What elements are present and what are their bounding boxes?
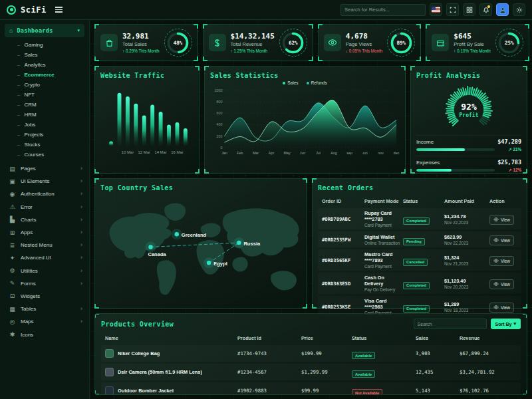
sidebar-item-nft[interactable]: –NFT [0, 90, 89, 100]
widgets-icon: ⊡ [9, 293, 16, 299]
view-button[interactable]: View [489, 215, 514, 225]
corner-decoration [523, 304, 527, 309]
status-badge: Completed [403, 305, 430, 313]
sidebar-item-gaming[interactable]: –Gaming [0, 40, 89, 50]
view-button[interactable]: View [489, 256, 514, 266]
sidebar-item-crm[interactable]: –CRM [0, 100, 89, 110]
sidebar-item-courses[interactable]: –Courses [0, 150, 89, 160]
sidebar-group-dashboards[interactable]: ⌂ Dashboards ▾ [5, 24, 84, 37]
svg-text:Jul: Jul [316, 151, 321, 155]
sidebar-item-nested-menu[interactable]: ≣Nested Menu› [0, 239, 89, 251]
sidebar-item-icons[interactable]: ✱Icons [0, 328, 89, 340]
hamburger-menu-icon[interactable] [55, 7, 63, 13]
sidebar-item-maps[interactable]: ◎Maps› [0, 315, 89, 328]
payment-mode-sub: Card Payment [364, 264, 400, 269]
product-row: Outdoor Bomber Jacket#1902-9883$99.99Not… [101, 382, 521, 395]
ring-percent: 48% [165, 29, 192, 56]
sidebar-item-forms[interactable]: ✎Forms› [0, 277, 89, 290]
amount-paid: $623.99 [444, 234, 487, 240]
payment-mode-sub: Online Transaction [364, 241, 400, 245]
dash-icon: – [17, 132, 20, 138]
dash-icon: – [17, 92, 20, 98]
svg-text:Aug: Aug [331, 151, 337, 155]
legend-item-sales[interactable]: Sales [283, 80, 298, 85]
sidebar-item-sales[interactable]: –Sales [0, 50, 89, 60]
eye-icon [493, 305, 499, 310]
search-input[interactable] [344, 7, 416, 13]
settings-button[interactable] [513, 3, 525, 16]
authentication-icon: ◉ [9, 191, 16, 198]
sidebar-item-utilities[interactable]: ⚙Utilities› [0, 265, 89, 277]
income-value: $47,289 [497, 138, 521, 145]
chevron-down-icon: ▾ [77, 28, 80, 33]
apps-grid-button[interactable] [463, 3, 475, 16]
global-search [340, 4, 426, 16]
fullscreen-button[interactable] [446, 3, 459, 16]
payment-mode: Digital Wallet [364, 234, 400, 240]
panel-title: Products Overview [101, 321, 174, 328]
column-header: Payment Mode [364, 198, 400, 204]
sidebar-item-advanced-ui[interactable]: ✦Advanced UI› [0, 251, 89, 264]
view-button[interactable]: View [489, 235, 514, 245]
sidebar-item-label: Courses [24, 152, 44, 158]
sidebar-item-hrm[interactable]: –HRM [0, 110, 89, 120]
sidebar-item-pages[interactable]: ▤Pages› [0, 162, 89, 175]
corner-decoration [416, 24, 421, 29]
chevron-right-icon: › [80, 204, 82, 210]
products-search-input[interactable] [418, 322, 483, 327]
search-icon[interactable] [416, 7, 422, 13]
sidebar-item-projects[interactable]: –Projects [0, 130, 89, 140]
sidebar-item-tables[interactable]: ▦Tables› [0, 303, 89, 315]
svg-text:oct: oct [363, 151, 368, 155]
sidebar-item-ecommerce[interactable]: –Ecommerce [0, 70, 89, 80]
sidebar-item-crypto[interactable]: –Crypto [0, 80, 89, 90]
product-name: Outdoor Bomber Jacket [118, 388, 174, 394]
view-label: View [501, 259, 510, 263]
svg-text:Apr: Apr [269, 151, 275, 155]
order-id: #ORD253KSE [322, 304, 362, 310]
column-header: Name [105, 335, 235, 341]
sidebar-item-label: Analytics [24, 62, 45, 68]
svg-text:600: 600 [217, 111, 223, 115]
orders-table-body: #ORD789ABCRupay Card ****2783Card Paymen… [318, 206, 521, 317]
eye-icon [493, 237, 499, 243]
sidebar-item-widgets[interactable]: ⊡Widgets [0, 290, 89, 303]
sidebar-item-error[interactable]: ⚠Error› [0, 201, 89, 213]
view-button[interactable]: View [489, 303, 514, 313]
stat-value: $645 [454, 32, 491, 41]
sidebar-item-jobs[interactable]: –Jobs [0, 120, 89, 130]
sort-by-button[interactable]: Sort By ▾ [491, 319, 521, 329]
eye-icon [493, 258, 499, 263]
sidebar-item-charts[interactable]: ▙Charts› [0, 213, 89, 226]
notifications-button[interactable] [479, 3, 492, 16]
language-flag-button[interactable] [430, 3, 442, 16]
logo[interactable]: SciFi [0, 5, 90, 15]
products-table-body: Niker College Bag#1734-9743$199.99Availa… [101, 345, 521, 395]
corner-decoration [318, 24, 323, 29]
order-row: #ORD363ESDCash On DeliveryPay On Deliver… [318, 273, 521, 294]
stat-card-total-revenue: $14,32,145Total Revenue↑ 1.25% This Mont… [203, 24, 313, 61]
corner-decoration [523, 178, 527, 183]
expenses-value: $25,783 [497, 159, 521, 166]
svg-text:800: 800 [217, 100, 223, 104]
sidebar-item-label: Stocks [24, 142, 40, 148]
sidebar-item-label: Advanced UI [21, 255, 76, 261]
legend-item-refunds[interactable]: Refunds [307, 80, 327, 85]
product-sales: 3,903 [416, 350, 457, 356]
sidebar-item-authentication[interactable]: ◉Authentication› [0, 188, 89, 200]
sidebar-item-stocks[interactable]: –Stocks [0, 140, 89, 150]
stat-label: Total Revenue [231, 41, 275, 47]
nested-menu-icon: ≣ [9, 242, 16, 249]
order-id: #ORD2535FW [322, 237, 362, 243]
product-id: #1902-9883 [237, 388, 299, 394]
svg-text:400: 400 [217, 122, 223, 126]
income-progress-bar [416, 148, 495, 151]
svg-text:Canada: Canada [148, 252, 166, 258]
legend-dot [283, 82, 285, 84]
sidebar-item-ui-elements[interactable]: ▣Ui Elements› [0, 175, 89, 188]
sidebar-item-analytics[interactable]: –Analytics [0, 60, 89, 70]
user-avatar[interactable] [496, 3, 509, 16]
view-button[interactable]: View [489, 279, 514, 289]
sidebar-item-apps[interactable]: ⊞Apps› [0, 226, 89, 239]
sidebar-dashboards-submenu: –Gaming–Sales–Analytics–Ecommerce–Crypto… [0, 40, 89, 160]
